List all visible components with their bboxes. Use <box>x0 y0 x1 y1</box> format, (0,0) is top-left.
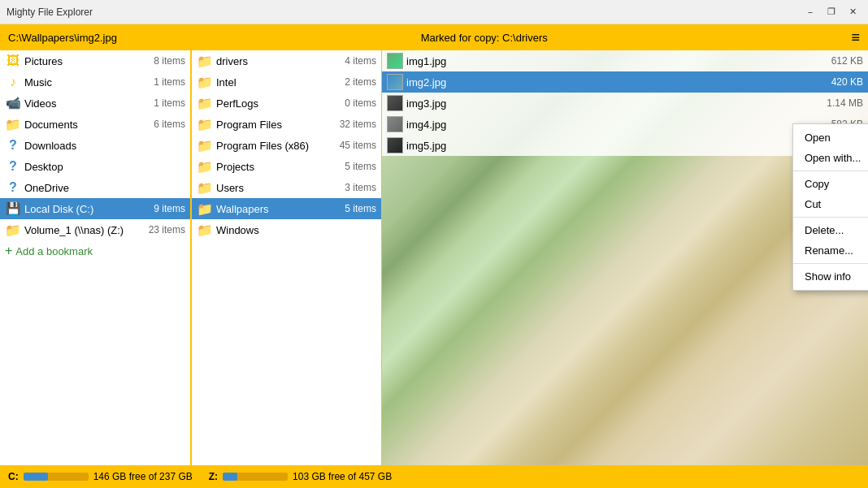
sidebar-item-label: Pictures <box>24 55 150 67</box>
sidebar-item-volume1[interactable]: 📁 Volume_1 (\\nas) (Z:) 23 items <box>0 219 190 240</box>
drive-c-status: C: 146 GB free of 237 GB <box>8 471 193 482</box>
folder-name: Projects <box>216 161 341 173</box>
folder-icon: 📁 <box>197 222 213 238</box>
drive-z-status: Z: 103 GB free of 457 GB <box>209 471 392 482</box>
folder-drivers[interactable]: 📁 drivers 4 items <box>192 50 381 71</box>
sidebar-item-documents[interactable]: 📁 Documents 6 items <box>0 114 190 135</box>
folder-count: 4 items <box>345 55 376 67</box>
folder-music-icon: ♪ <box>5 74 21 90</box>
file-img1[interactable]: img1.jpg 612 KB <box>382 50 868 71</box>
folder-wallpapers[interactable]: 📁 Wallpapers 5 items <box>192 198 381 219</box>
drive-c-progress-bg <box>24 473 89 481</box>
folder-pictures-icon: 🖼 <box>5 53 21 69</box>
context-menu-cut[interactable]: Cut Ctrl+X <box>793 194 868 214</box>
sidebar-item-local-disk[interactable]: 💾 Local Disk (C:) 9 items <box>0 198 190 219</box>
folder-name: Users <box>216 182 341 194</box>
file-size: 612 KB <box>831 55 863 67</box>
folder-name: PerfLogs <box>216 97 341 110</box>
maximize-button[interactable]: ❐ <box>822 3 840 21</box>
file-size: 1.14 MB <box>827 97 863 109</box>
folder-icon: 📁 <box>197 116 213 132</box>
question-icon: ? <box>5 179 21 196</box>
thumbnail-img5 <box>387 137 403 153</box>
file-img2[interactable]: img2.jpg 420 KB <box>382 71 868 93</box>
question-icon: ? <box>5 137 21 153</box>
context-menu-open-with[interactable]: Open with... Shift+Enter <box>793 148 868 168</box>
folder-icon: 📁 <box>197 201 213 217</box>
menu-item-label: Show info <box>805 270 851 283</box>
drive-c-info: 146 GB free of 237 GB <box>93 471 193 482</box>
folder-users[interactable]: 📁 Users 3 items <box>192 177 381 198</box>
bookmark-label: Add a bookmark <box>15 245 93 257</box>
context-menu-copy[interactable]: Copy Ctrl+C <box>793 174 868 194</box>
drive-icon: 💾 <box>5 201 21 217</box>
folder-projects[interactable]: 📁 Projects 5 items <box>192 156 381 177</box>
sidebar-item-label: Documents <box>24 119 150 131</box>
sidebar-item-downloads[interactable]: ? Downloads <box>0 135 190 156</box>
sidebar-item-count: 9 items <box>154 203 185 214</box>
folder-program-files[interactable]: 📁 Program Files 32 items <box>192 114 381 135</box>
file-name: img4.jpg <box>406 119 828 131</box>
address-bar: C:\Wallpapers\img2.jpg Marked for copy: … <box>0 24 868 50</box>
close-button[interactable]: ✕ <box>844 3 861 21</box>
sidebar-item-label: OneDrive <box>24 182 182 194</box>
folder-icon: 📁 <box>197 74 213 90</box>
thumbnail-img3 <box>387 95 403 111</box>
folder-intel[interactable]: 📁 Intel 2 items <box>192 71 381 93</box>
folder-name: drivers <box>216 55 341 67</box>
folder-icon: 📁 <box>197 179 213 196</box>
folder-count: 32 items <box>340 119 376 130</box>
minimize-button[interactable]: − <box>801 3 819 21</box>
thumbnail-img1 <box>387 53 403 69</box>
folder-name: Program Files (x86) <box>216 140 336 152</box>
menu-separator <box>793 217 868 218</box>
folder-windows[interactable]: 📁 Windows <box>192 219 381 240</box>
sidebar-item-pictures[interactable]: 🖼 Pictures 8 items <box>0 50 190 71</box>
drive-z-progress-fill <box>223 473 237 481</box>
folder-perflogs[interactable]: 📁 PerfLogs 0 items <box>192 93 381 114</box>
sidebar-item-onedrive[interactable]: ? OneDrive <box>0 177 190 198</box>
file-name: img3.jpg <box>406 97 823 110</box>
file-name: img2.jpg <box>406 76 828 89</box>
sidebar-item-label: Local Disk (C:) <box>24 203 150 215</box>
sidebar-item-music[interactable]: ♪ Music 1 items <box>0 71 190 93</box>
sidebar-item-label: Desktop <box>24 161 182 173</box>
menu-item-label: Cut <box>805 198 821 210</box>
thumbnail-img2 <box>387 74 403 90</box>
context-menu-delete[interactable]: Delete... Del <box>793 220 868 240</box>
folder-count: 0 items <box>345 97 376 109</box>
sidebar-item-label: Downloads <box>24 140 182 152</box>
sidebar-item-desktop[interactable]: ? Desktop <box>0 156 190 177</box>
folder-videos-icon: 📹 <box>5 95 21 111</box>
folder-icon: 📁 <box>197 53 213 69</box>
folder-name: Program Files <box>216 119 336 131</box>
context-menu-open[interactable]: Open Enter <box>793 127 868 148</box>
menu-item-label: Delete... <box>805 224 844 236</box>
folder-name: Intel <box>216 76 341 89</box>
copy-status: Marked for copy: C:\drivers <box>421 32 548 44</box>
folder-program-files-x86[interactable]: 📁 Program Files (x86) 45 items <box>192 135 381 156</box>
drive-z-info: 103 GB free of 457 GB <box>293 471 392 482</box>
folder-name: Windows <box>216 224 373 236</box>
context-menu-show-info[interactable]: Show info Alt+Enter <box>793 266 868 287</box>
menu-item-label: Open with... <box>805 152 861 164</box>
context-menu-rename[interactable]: Rename... F2 <box>793 240 868 261</box>
app-title: Mighty File Explorer <box>7 6 93 18</box>
sidebar-item-label: Videos <box>24 97 150 110</box>
sidebar-item-count: 6 items <box>154 119 185 130</box>
folder-name: Wallpapers <box>216 203 341 215</box>
menu-icon[interactable]: ≡ <box>851 29 860 46</box>
drive-z-letter: Z: <box>209 471 218 482</box>
add-bookmark[interactable]: + Add a bookmark <box>0 240 190 261</box>
mid-panel: 📁 drivers 4 items 📁 Intel 2 items 📁 Perf… <box>191 50 382 465</box>
left-panel: 🖼 Pictures 8 items ♪ Music 1 items 📹 Vid… <box>0 50 191 465</box>
file-img3[interactable]: img3.jpg 1.14 MB <box>382 93 868 114</box>
context-menu: Open Enter Open with... Shift+Enter Copy… <box>792 123 868 291</box>
current-path[interactable]: C:\Wallpapers\img2.jpg <box>8 32 117 44</box>
window-controls: − ❐ ✕ <box>801 3 861 21</box>
folder-icon: 📁 <box>197 137 213 153</box>
sidebar-item-count: 23 items <box>149 224 185 235</box>
question-icon: ? <box>5 158 21 175</box>
sidebar-item-videos[interactable]: 📹 Videos 1 items <box>0 93 190 114</box>
drive-z-progress-bg <box>223 473 288 481</box>
